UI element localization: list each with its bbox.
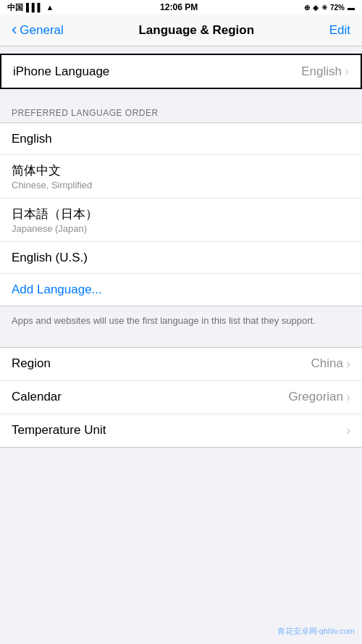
region-value-group: China ›: [311, 356, 350, 372]
language-primary: 日本語（日本）: [12, 206, 350, 222]
status-left: 中国 ▌▌▌ ▲: [7, 2, 54, 13]
list-item[interactable]: 简体中文 Chinese, Simplified: [0, 155, 362, 198]
status-time: 12:06 PM: [160, 2, 198, 12]
bluetooth-icon: ✳: [321, 4, 327, 12]
watermark: 青花安卓网·qhhlv.com: [277, 624, 355, 637]
calendar-label: Calendar: [12, 390, 62, 404]
region-label: Region: [12, 356, 51, 371]
iphone-language-section: iPhone Language English ›: [0, 54, 362, 89]
temperature-unit-value-group: ›: [346, 423, 350, 438]
back-button[interactable]: ‹ General: [12, 23, 64, 38]
iphone-language-value: English: [301, 64, 342, 79]
preferred-language-section: PREFERRED LANGUAGE ORDER English 简体中文 Ch…: [0, 96, 362, 335]
wifi-icon: ▲: [46, 3, 54, 12]
edit-button[interactable]: Edit: [329, 23, 350, 38]
region-row[interactable]: Region China ›: [0, 348, 362, 381]
calendar-row[interactable]: Calendar Gregorian ›: [0, 381, 362, 414]
language-secondary: Japanese (Japan): [12, 223, 350, 234]
battery-label: 72%: [330, 4, 345, 12]
iphone-language-row[interactable]: iPhone Language English ›: [1, 55, 361, 88]
add-language-row[interactable]: Add Language...: [0, 274, 362, 306]
calendar-value: Gregorian: [288, 390, 343, 404]
region-value: China: [311, 356, 343, 371]
carrier-label: 中国: [7, 2, 23, 13]
temperature-unit-label: Temperature Unit: [12, 423, 106, 438]
region-settings-group: Region China › Calendar Gregorian › Temp…: [0, 347, 362, 448]
add-language-label: Add Language...: [12, 283, 102, 296]
language-list: English 简体中文 Chinese, Simplified 日本語（日本）…: [0, 122, 362, 306]
language-info-text: Apps and websites will use the first lan…: [0, 306, 362, 335]
temperature-unit-row[interactable]: Temperature Unit ›: [0, 414, 362, 447]
back-chevron-icon: ‹: [12, 22, 17, 38]
list-item[interactable]: 日本語（日本） Japanese (Japan): [0, 198, 362, 242]
temperature-unit-chevron-icon: ›: [346, 423, 350, 438]
signal-icon: ▌▌▌: [26, 3, 43, 12]
list-item[interactable]: English: [0, 123, 362, 155]
iphone-language-label: iPhone Language: [13, 64, 109, 79]
language-secondary: Chinese, Simplified: [12, 180, 350, 191]
region-chevron-icon: ›: [346, 356, 350, 372]
status-bar: 中国 ▌▌▌ ▲ 12:06 PM ⊕ ◈ ✳ 72% ▬: [0, 0, 362, 14]
location-icon: ⊕: [304, 4, 310, 12]
language-primary: English: [12, 132, 52, 146]
nav-title: Language & Region: [138, 23, 254, 38]
preferred-section-header: PREFERRED LANGUAGE ORDER: [0, 96, 362, 122]
list-item[interactable]: English (U.S.): [0, 242, 362, 274]
region-settings-section: Region China › Calendar Gregorian › Temp…: [0, 347, 362, 448]
iphone-language-chevron-icon: ›: [345, 64, 349, 79]
language-primary: 简体中文: [12, 162, 350, 179]
calendar-value-group: Gregorian ›: [288, 390, 350, 405]
language-primary: English (U.S.): [12, 251, 88, 265]
watermark-text: 青花安卓网·qhhlv.com: [277, 627, 355, 635]
nav-bar: ‹ General Language & Region Edit: [0, 14, 362, 46]
status-right: ⊕ ◈ ✳ 72% ▬: [304, 4, 355, 12]
battery-icon: ▬: [348, 4, 355, 12]
calendar-chevron-icon: ›: [346, 390, 350, 405]
compass-icon: ◈: [313, 4, 319, 12]
back-label: General: [20, 23, 63, 38]
iphone-language-value-group: English ›: [301, 64, 349, 79]
